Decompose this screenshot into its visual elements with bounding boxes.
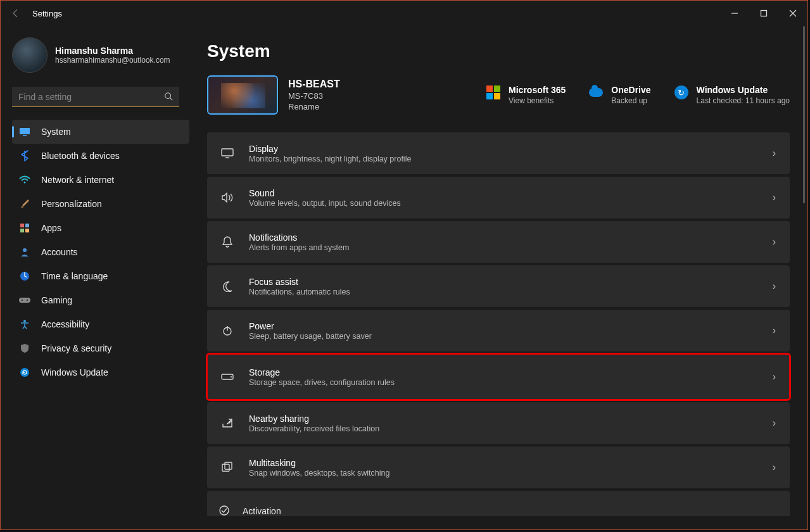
setting-row-multitasking[interactable]: Multitasking Snap windows, desktops, tas… xyxy=(207,446,790,488)
sidebar-item-label: Windows Update xyxy=(41,367,108,377)
sidebar-item-time-language[interactable]: Time & language xyxy=(12,264,189,288)
sidebar-item-accessibility[interactable]: Accessibility xyxy=(12,312,189,336)
svg-rect-4 xyxy=(20,128,30,134)
setting-title: Focus assist xyxy=(249,277,760,287)
sidebar-item-system[interactable]: System xyxy=(12,120,189,144)
sidebar-item-personalization[interactable]: Personalization xyxy=(12,192,189,216)
sidebar-item-label: Personalization xyxy=(41,199,102,209)
setting-subtitle: Alerts from apps and system xyxy=(249,243,760,252)
header-card-sub: View benefits xyxy=(509,96,566,105)
user-name: Himanshu Sharma xyxy=(55,46,170,56)
sidebar-item-network[interactable]: Network & internet xyxy=(12,168,189,192)
pc-model: MS-7C83 xyxy=(288,91,340,101)
close-button[interactable] xyxy=(778,1,807,26)
svg-rect-8 xyxy=(20,224,24,227)
svg-rect-14 xyxy=(19,298,30,303)
sidebar-item-privacy[interactable]: Privacy & security xyxy=(12,336,189,360)
maximize-button[interactable] xyxy=(749,1,778,26)
sidebar-item-apps[interactable]: Apps xyxy=(12,216,189,240)
pc-thumbnail xyxy=(207,75,278,115)
svg-point-6 xyxy=(24,182,26,184)
chevron-right-icon: › xyxy=(773,325,776,336)
setting-row-activation[interactable]: Activation xyxy=(207,491,790,516)
share-icon xyxy=(218,414,236,432)
accessibility-icon xyxy=(18,318,31,331)
minimize-button[interactable] xyxy=(720,1,749,26)
back-button[interactable] xyxy=(11,8,21,18)
setting-row-sound[interactable]: Sound Volume levels, output, input, soun… xyxy=(207,177,790,218)
header-card-onedrive[interactable]: OneDrive Backed up xyxy=(588,85,650,105)
setting-title: Storage xyxy=(249,367,760,377)
avatar xyxy=(12,37,47,73)
setting-title: Activation xyxy=(243,506,281,516)
update-icon xyxy=(18,366,31,379)
sidebar-item-label: Apps xyxy=(41,223,61,233)
ms365-icon xyxy=(486,85,501,100)
sidebar-item-label: Bluetooth & devices xyxy=(41,151,120,161)
header-card-sub: Last checked: 11 hours ago xyxy=(697,96,790,105)
user-account-row[interactable]: Himanshu Sharma hssharmahimanshu@outlook… xyxy=(12,37,189,73)
header-card-title: Microsoft 365 xyxy=(509,85,566,95)
bell-icon xyxy=(218,233,236,251)
bluetooth-icon xyxy=(18,149,31,162)
paintbrush-icon xyxy=(18,198,31,210)
sidebar-item-windows-update[interactable]: Windows Update xyxy=(12,360,189,384)
apps-icon xyxy=(18,222,31,234)
sidebar-item-label: Privacy & security xyxy=(41,343,111,353)
chevron-right-icon: › xyxy=(773,236,776,248)
sidebar-item-bluetooth[interactable]: Bluetooth & devices xyxy=(12,144,189,168)
system-header-row: HS-BEAST MS-7C83 Rename Microsoft 365 Vi… xyxy=(207,75,790,115)
clock-globe-icon xyxy=(18,270,31,282)
svg-point-24 xyxy=(231,376,232,377)
svg-line-3 xyxy=(170,98,173,101)
sidebar-item-label: Time & language xyxy=(41,271,108,281)
monitor-icon xyxy=(218,144,236,162)
setting-row-power[interactable]: Power Sleep, battery usage, battery save… xyxy=(207,310,790,352)
sidebar-item-gaming[interactable]: Gaming xyxy=(12,288,189,312)
sidebar-item-label: System xyxy=(41,127,71,137)
header-card-sub: Backed up xyxy=(611,96,650,105)
search-icon xyxy=(164,92,173,101)
setting-row-notifications[interactable]: Notifications Alerts from apps and syste… xyxy=(207,221,790,263)
onedrive-icon xyxy=(588,85,604,100)
chevron-right-icon: › xyxy=(773,417,776,429)
update-circle-icon: ↻ xyxy=(674,85,689,100)
sidebar-nav: System Bluetooth & devices Network & int… xyxy=(12,120,189,384)
display-icon xyxy=(18,125,31,138)
setting-row-focus-assist[interactable]: Focus assist Notifications, automatic ru… xyxy=(207,265,790,307)
wifi-icon xyxy=(18,174,31,186)
setting-title: Power xyxy=(249,321,760,331)
setting-title: Notifications xyxy=(249,232,760,243)
setting-title: Nearby sharing xyxy=(249,414,760,424)
sidebar-item-label: Accessibility xyxy=(41,319,89,329)
header-card-windows-update[interactable]: ↻ Windows Update Last checked: 11 hours … xyxy=(674,85,790,105)
scrollbar-thumb[interactable] xyxy=(803,26,805,203)
header-card-ms365[interactable]: Microsoft 365 View benefits xyxy=(486,85,566,105)
svg-rect-9 xyxy=(25,224,29,227)
search-input[interactable] xyxy=(12,87,179,107)
chevron-right-icon: › xyxy=(773,192,776,203)
person-icon xyxy=(18,246,31,258)
setting-row-storage[interactable]: Storage Storage space, drives, configura… xyxy=(207,354,790,400)
setting-title: Sound xyxy=(249,188,760,198)
rename-link[interactable]: Rename xyxy=(288,102,340,111)
setting-title: Multitasking xyxy=(249,458,760,468)
setting-row-nearby-sharing[interactable]: Nearby sharing Discoverability, received… xyxy=(207,402,790,444)
svg-point-2 xyxy=(165,93,171,99)
setting-row-display[interactable]: Display Monitors, brightness, night ligh… xyxy=(207,132,790,174)
chevron-right-icon: › xyxy=(773,462,776,473)
search-box xyxy=(12,87,179,107)
sidebar-item-accounts[interactable]: Accounts xyxy=(12,240,189,264)
gaming-icon xyxy=(18,294,31,307)
setting-subtitle: Sleep, battery usage, battery saver xyxy=(249,332,760,341)
header-card-title: Windows Update xyxy=(697,85,790,95)
moon-icon xyxy=(218,277,236,295)
user-email: hssharmahimanshu@outlook.com xyxy=(55,56,170,65)
svg-rect-11 xyxy=(25,229,29,232)
setting-subtitle: Discoverability, received files location xyxy=(249,424,760,433)
header-card-title: OneDrive xyxy=(611,85,650,95)
chevron-right-icon: › xyxy=(773,148,776,159)
setting-subtitle: Notifications, automatic rules xyxy=(249,288,760,296)
setting-subtitle: Monitors, brightness, night light, displ… xyxy=(249,155,760,163)
setting-subtitle: Storage space, drives, configuration rul… xyxy=(249,378,760,387)
